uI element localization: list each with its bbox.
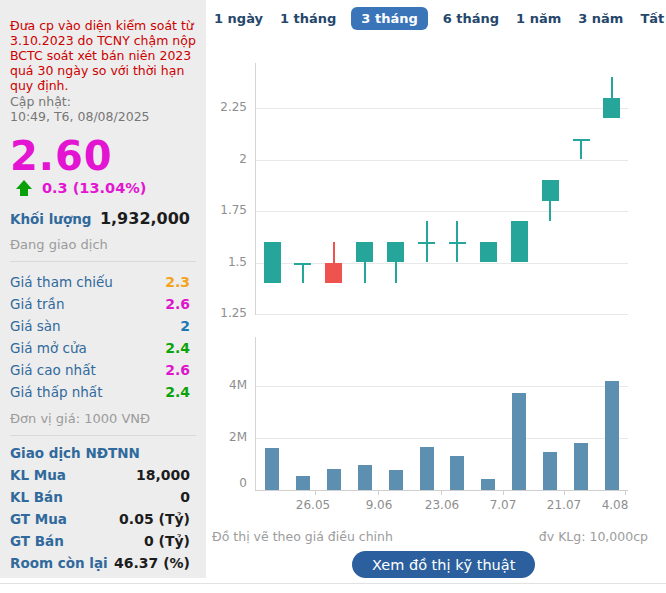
candle	[418, 242, 435, 245]
price-row-label: Giá sàn	[10, 318, 61, 334]
candle-wick	[271, 242, 273, 283]
bottom-divider	[0, 583, 666, 584]
volume-bar	[327, 469, 341, 490]
volume-bar	[358, 465, 372, 490]
foreign-row-value: 46.37 (%)	[114, 555, 190, 571]
x-axis-tick	[315, 490, 316, 495]
price-gridline	[255, 314, 628, 315]
volume-bar	[296, 476, 310, 490]
tab-6-tháng[interactable]: 6 tháng	[441, 7, 501, 30]
up-arrow-icon	[16, 180, 32, 196]
foreign-row-2: GT Mua0.05 (Tỷ)	[10, 508, 196, 530]
stock-quote-panel: Đưa cp vào diện kiểm soát từ 3.10.2023 d…	[0, 0, 666, 593]
foreign-row-3: GT Bán0 (Tỷ)	[10, 530, 196, 552]
volume-bar	[481, 479, 495, 490]
sidebar: Đưa cp vào diện kiểm soát từ 3.10.2023 d…	[0, 0, 206, 578]
candle-wick	[333, 242, 335, 283]
candle	[294, 263, 311, 266]
foreign-row-0: KL Mua18,000	[10, 464, 196, 486]
x-axis-label: 9.06	[366, 498, 393, 512]
volume-axis-label: 4M	[205, 378, 247, 392]
price-gridline	[255, 160, 628, 161]
price-row-label: Giá trần	[10, 296, 64, 312]
foreign-row-value: 0.05 (Tỷ)	[119, 511, 190, 527]
price-row-label: Giá tham chiếu	[10, 274, 113, 290]
candle	[603, 98, 620, 119]
volume-bar	[420, 447, 434, 490]
price-axis-label: 2	[205, 152, 247, 166]
candle	[264, 242, 281, 283]
volume-unit-note: đv KLg: 10,000cp	[539, 529, 648, 544]
candle-wick	[580, 139, 582, 160]
tab-1-năm[interactable]: 1 năm	[514, 7, 563, 30]
candle	[573, 139, 590, 142]
candle	[325, 263, 342, 284]
candle-wick	[487, 242, 489, 263]
candle	[511, 221, 528, 262]
volume-axis-label: 0	[205, 476, 247, 490]
candle	[449, 242, 466, 245]
foreign-row-1: KL Bán0	[10, 486, 196, 508]
foreign-row-label: KL Bán	[10, 489, 63, 505]
time-range-tabs: 1 ngày1 tháng3 tháng6 tháng1 năm3 nămTất…	[212, 7, 666, 30]
price-row-giá-mở-cửa: Giá mở cửa2.4	[10, 337, 196, 359]
foreign-row-label: GT Bán	[10, 533, 64, 549]
price-row-giá-trần: Giá trần2.6	[10, 293, 196, 315]
foreign-row-value: 18,000	[136, 467, 190, 483]
candle	[356, 242, 373, 263]
foreign-row-4: Room còn lại46.37 (%)	[10, 552, 196, 574]
updated-time: 10:49, T6, 08/08/2025	[10, 110, 196, 125]
candle-wick	[395, 242, 397, 283]
candle	[387, 242, 404, 263]
technical-chart-button[interactable]: Xem đồ thị kỹ thuật	[352, 551, 535, 578]
price-row-label: Giá mở cửa	[10, 340, 87, 356]
foreign-trading-table: KL Mua18,000KL Bán0GT Mua0.05 (Tỷ)GT Bán…	[10, 464, 196, 574]
tab-1-tháng[interactable]: 1 tháng	[278, 7, 338, 30]
price-gridline	[255, 108, 628, 109]
foreign-row-label: GT Mua	[10, 511, 67, 527]
price-axis-label: 1.25	[205, 306, 247, 320]
foreign-row-label: KL Mua	[10, 467, 66, 483]
divider	[10, 261, 196, 262]
price-row-label: Giá thấp nhất	[10, 384, 102, 400]
tab-tất-cả[interactable]: Tất cả	[638, 7, 666, 30]
x-axis-tick	[564, 490, 565, 495]
volume-bar	[450, 456, 464, 490]
candle	[480, 242, 497, 263]
updated-label: Cập nhật:	[10, 95, 196, 110]
volume-x-axis	[255, 490, 628, 491]
price-y-axis	[255, 63, 256, 315]
volume-bar	[389, 470, 403, 490]
price-info-table: Giá tham chiếu2.3Giá trần2.6Giá sàn2Giá …	[10, 271, 196, 403]
price-gridline	[255, 263, 628, 264]
adjusted-price-note: Đồ thị vẽ theo giá điều chỉnh	[212, 529, 393, 544]
price-row-value: 2	[180, 318, 190, 334]
x-axis-tick	[503, 490, 504, 495]
price-change: 0.3 (13.04%)	[42, 180, 146, 196]
x-axis-label: 7.07	[490, 498, 517, 512]
price-axis-label: 2.25	[205, 100, 247, 114]
candle-wick	[611, 77, 613, 118]
tab-3-năm[interactable]: 3 năm	[576, 7, 625, 30]
price-unit-note: Đơn vị giá: 1000 VNĐ	[10, 411, 196, 426]
candle-wick	[364, 242, 366, 283]
x-axis-label: 21.07	[547, 498, 581, 512]
volume-axis-label: 2M	[205, 430, 247, 444]
volume-gridline	[255, 386, 628, 387]
x-axis-label: 23.06	[425, 498, 459, 512]
volume-bar	[543, 452, 557, 490]
session-status: Đang giao dịch	[10, 237, 196, 252]
volume-bar	[605, 381, 619, 490]
last-price: 2.60	[10, 136, 196, 176]
volume-bar	[265, 448, 279, 490]
price-row-value: 2.4	[165, 340, 190, 356]
x-axis-tick	[378, 490, 379, 495]
tab-1-ngày[interactable]: 1 ngày	[212, 7, 265, 30]
candle-wick	[302, 263, 304, 284]
tab-3-tháng[interactable]: 3 tháng	[351, 7, 427, 30]
divider	[10, 435, 196, 436]
price-row-giá-tham-chiếu: Giá tham chiếu2.3	[10, 271, 196, 293]
foreign-trading-title: Giao dịch NĐTNN	[10, 445, 196, 461]
candle-wick	[426, 221, 428, 262]
price-change-row: 0.3 (13.04%)	[16, 180, 196, 196]
